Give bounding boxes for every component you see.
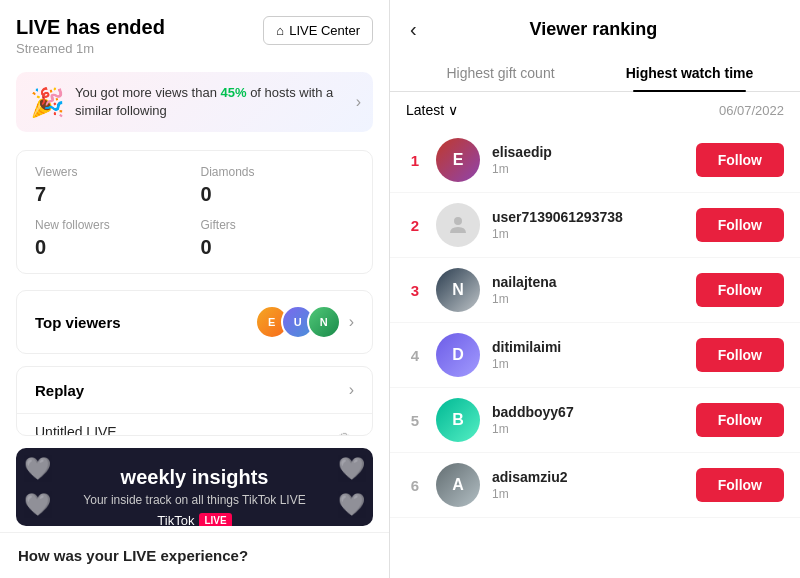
viewer-ranking-title: Viewer ranking	[433, 19, 784, 40]
user-info-2: user7139061293738 1m	[492, 209, 684, 241]
replay-section: Replay › Untitled LIVE 00:01:06 🗑	[16, 366, 373, 435]
top-viewers-label: Top viewers	[35, 314, 121, 331]
follow-button-5[interactable]: Follow	[696, 403, 784, 437]
banner-text: You got more views than 45% of hosts wit…	[75, 84, 359, 120]
svg-point-0	[454, 217, 462, 225]
user-info-6: adisamziu2 1m	[492, 469, 684, 501]
heart-deco-4: 🤍	[338, 492, 365, 518]
top-viewers-right: E U N ›	[255, 305, 354, 339]
chevron-right-icon: ›	[349, 313, 354, 331]
tab-highest-watch-time[interactable]: Highest watch time	[595, 55, 784, 91]
live-badge: LIVE	[199, 513, 231, 526]
right-panel: ‹ Viewer ranking Highest gift count High…	[390, 0, 800, 578]
user-info-4: ditimilaimi 1m	[492, 339, 684, 371]
replay-header[interactable]: Replay ›	[17, 367, 372, 413]
user-time-1: 1m	[492, 162, 684, 176]
back-button[interactable]: ‹	[406, 14, 421, 45]
user-name-4: ditimilaimi	[492, 339, 684, 355]
filter-row: Latest ∨ 06/07/2022	[390, 92, 800, 128]
stat-new-followers: New followers 0	[35, 218, 189, 259]
ranking-item-6: 6 A adisamziu2 1m Follow	[390, 453, 800, 518]
user-avatar-5: B	[436, 398, 480, 442]
delete-icon[interactable]: 🗑	[336, 430, 354, 436]
replay-chevron-icon: ›	[349, 381, 354, 399]
user-info-1: elisaedip 1m	[492, 144, 684, 176]
feedback-section: How was your LIVE experience?	[0, 532, 389, 578]
user-avatar-1: E	[436, 138, 480, 182]
ranking-item-3: 3 N nailajtena 1m Follow	[390, 258, 800, 323]
top-viewers-avatars: E U N	[255, 305, 341, 339]
replay-label: Replay	[35, 382, 84, 399]
tabs-container: Highest gift count Highest watch time	[390, 55, 800, 92]
heart-deco-1: 🤍	[24, 456, 51, 482]
ranking-item-4: 4 D ditimilaimi 1m Follow	[390, 323, 800, 388]
heart-deco-3: 🤍	[24, 492, 51, 518]
ranking-item-2: 2 user7139061293738 1m Follow	[390, 193, 800, 258]
insights-title: weekly insights	[32, 466, 357, 489]
rank-number-1: 1	[406, 152, 424, 169]
stat-viewers: Viewers 7	[35, 165, 189, 206]
replay-item: Untitled LIVE 00:01:06 🗑	[17, 413, 372, 435]
tiktok-logo: TikTok LIVE	[32, 513, 357, 526]
user-time-4: 1m	[492, 357, 684, 371]
user-avatar-6: A	[436, 463, 480, 507]
user-time-2: 1m	[492, 227, 684, 241]
filter-label: Latest	[406, 102, 444, 118]
heart-deco-2: 🤍	[338, 456, 365, 482]
banner-emoji: 🎉	[30, 86, 65, 119]
user-info-3: nailajtena 1m	[492, 274, 684, 306]
live-header: LIVE has ended Streamed 1m ⌂ LIVE Center	[0, 0, 389, 64]
user-time-5: 1m	[492, 422, 684, 436]
top-viewers-section[interactable]: Top viewers E U N ›	[16, 290, 373, 354]
follow-button-6[interactable]: Follow	[696, 468, 784, 502]
rank-number-4: 4	[406, 347, 424, 364]
left-panel: LIVE has ended Streamed 1m ⌂ LIVE Center…	[0, 0, 390, 578]
right-header: ‹ Viewer ranking	[390, 0, 800, 45]
insights-subtitle: Your inside track on all things TikTok L…	[32, 493, 357, 507]
banner-arrow-icon: ›	[356, 93, 361, 111]
rank-number-3: 3	[406, 282, 424, 299]
user-avatar-3: N	[436, 268, 480, 312]
stats-section: Viewers 7 Diamonds 0 New followers 0 Gif…	[16, 150, 373, 274]
follow-button-2[interactable]: Follow	[696, 208, 784, 242]
weekly-insights-banner: 🤍 🤍 🤍 🤍 weekly insights Your inside trac…	[16, 448, 373, 526]
follow-button-3[interactable]: Follow	[696, 273, 784, 307]
user-avatar-2	[436, 203, 480, 247]
follow-button-1[interactable]: Follow	[696, 143, 784, 177]
avatar-3: N	[307, 305, 341, 339]
filter-date: 06/07/2022	[719, 103, 784, 118]
user-time-3: 1m	[492, 292, 684, 306]
feedback-label: How was your LIVE experience?	[18, 547, 248, 564]
user-name-2: user7139061293738	[492, 209, 684, 225]
stat-gifters: Gifters 0	[201, 218, 355, 259]
ranking-item-5: 5 B baddboyy67 1m Follow	[390, 388, 800, 453]
chevron-down-icon: ∨	[448, 102, 458, 118]
user-name-5: baddboyy67	[492, 404, 684, 420]
rank-number-5: 5	[406, 412, 424, 429]
stream-duration: Streamed 1m	[16, 41, 165, 56]
user-time-6: 1m	[492, 487, 684, 501]
ranking-list: 1 E elisaedip 1m Follow 2 user7139061293…	[390, 128, 800, 578]
ranking-item-1: 1 E elisaedip 1m Follow	[390, 128, 800, 193]
rank-number-2: 2	[406, 217, 424, 234]
header-text-group: LIVE has ended Streamed 1m	[16, 16, 165, 56]
filter-dropdown[interactable]: Latest ∨	[406, 102, 458, 118]
user-avatar-4: D	[436, 333, 480, 377]
performance-banner[interactable]: 🎉 You got more views than 45% of hosts w…	[16, 72, 373, 132]
live-center-button[interactable]: ⌂ LIVE Center	[263, 16, 373, 45]
replay-title: Untitled LIVE	[35, 424, 117, 435]
home-icon: ⌂	[276, 23, 284, 38]
tiktok-wordmark: TikTok	[157, 513, 194, 526]
replay-item-info: Untitled LIVE 00:01:06	[35, 424, 117, 435]
user-name-1: elisaedip	[492, 144, 684, 160]
page-title: LIVE has ended	[16, 16, 165, 39]
tab-highest-gift-count[interactable]: Highest gift count	[406, 55, 595, 91]
stat-diamonds: Diamonds 0	[201, 165, 355, 206]
rank-number-6: 6	[406, 477, 424, 494]
user-name-6: adisamziu2	[492, 469, 684, 485]
follow-button-4[interactable]: Follow	[696, 338, 784, 372]
user-info-5: baddboyy67 1m	[492, 404, 684, 436]
user-name-3: nailajtena	[492, 274, 684, 290]
